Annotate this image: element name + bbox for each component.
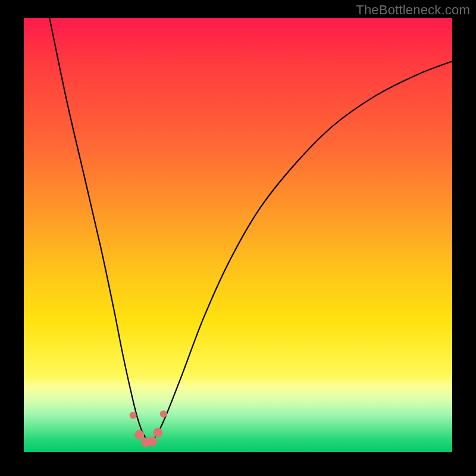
watermark-text: TheBottleneck.com — [356, 2, 470, 18]
chart-svg — [24, 18, 452, 452]
plot-area — [24, 18, 452, 452]
marker-dot — [148, 437, 157, 446]
bottleneck-curve — [49, 18, 452, 441]
bottom-dot-cluster — [130, 411, 167, 447]
chart-frame: TheBottleneck.com — [0, 0, 476, 476]
marker-dot — [130, 412, 137, 419]
marker-dot — [153, 428, 162, 437]
marker-dot — [134, 430, 144, 440]
marker-dot — [160, 411, 167, 418]
